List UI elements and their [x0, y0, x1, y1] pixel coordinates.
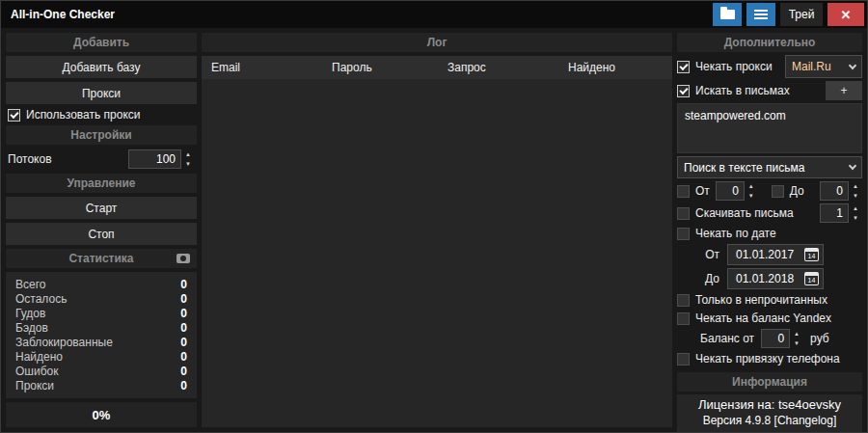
log-panel: Лог Email Пароль Запрос Найдено [202, 33, 672, 427]
version-text[interactable]: Версия 4.9.8 [Changelog] [677, 414, 862, 427]
proxy-service-select[interactable]: Mail.Ru [785, 55, 862, 78]
search-query-input[interactable]: steampowered.com [677, 103, 862, 153]
chevron-down-icon [849, 162, 856, 170]
balance-up-arrow[interactable]: ▲ [790, 329, 803, 338]
to-checkbox[interactable] [772, 185, 784, 198]
check-phone-label: Чекать привязку телефона [695, 352, 840, 365]
download-down-arrow[interactable]: ▼ [849, 213, 862, 223]
add-section-header: Добавить [6, 33, 197, 52]
add-query-button[interactable]: + [826, 81, 862, 100]
download-letters-row: Скачивать письма 1 ▲ ▼ [677, 203, 862, 223]
balance-from-row: Баланс от 0 ▲ ▼ руб [677, 329, 862, 348]
add-base-button[interactable]: Добавить базу [6, 56, 197, 78]
to-up-arrow[interactable]: ▲ [849, 181, 862, 191]
start-button[interactable]: Старт [6, 197, 197, 219]
download-letters-checkbox[interactable] [677, 207, 690, 220]
stat-row-goods: Гудов 0 [15, 307, 187, 320]
settings-section-header: Настройки [6, 125, 197, 145]
check-balance-label: Чекать на баланс Yandex [695, 311, 831, 325]
content-area: Добавить Добавить базу Прокси Использова… [1, 28, 867, 432]
calendar-icon[interactable]: 14 [804, 248, 819, 261]
search-mode-select[interactable]: Поиск в тексте письма [677, 156, 862, 178]
control-section-header: Управление [6, 174, 197, 193]
to-down-arrow[interactable]: ▼ [849, 191, 862, 201]
log-table: Email Пароль Запрос Найдено [202, 56, 672, 427]
check-balance-row: Чекать на баланс Yandex [677, 311, 862, 326]
camera-icon[interactable] [176, 254, 190, 263]
threads-down-arrow[interactable]: ▼ [181, 159, 195, 169]
balance-stepper: 0 ▲ ▼ [761, 329, 803, 348]
threads-input[interactable]: 100 [128, 149, 181, 169]
from-stepper: 0 ▲ ▼ [716, 181, 758, 201]
from-up-arrow[interactable]: ▲ [745, 181, 758, 191]
search-letters-label: Искать в письмах [695, 84, 790, 97]
stats-box: Всего 0 Осталось 0 Гудов 0 Бэдов 0 Забло… [6, 272, 197, 398]
log-column-found[interactable]: Найдено [568, 61, 615, 74]
balance-input[interactable]: 0 [761, 329, 790, 348]
threads-up-arrow[interactable]: ▲ [181, 149, 195, 159]
only-unread-checkbox[interactable] [677, 294, 690, 307]
left-panel: Добавить Добавить базу Прокси Использова… [6, 33, 197, 427]
proxy-service-value: Mail.Ru [792, 60, 831, 73]
search-letters-checkbox[interactable] [677, 85, 690, 97]
close-icon: ✕ [841, 8, 852, 22]
download-up-arrow[interactable]: ▲ [849, 203, 862, 213]
to-input[interactable]: 0 [820, 181, 849, 201]
use-proxy-checkbox[interactable] [8, 109, 20, 122]
calendar-icon[interactable]: 14 [804, 272, 819, 285]
from-input[interactable]: 0 [716, 181, 745, 201]
check-proxy-checkbox[interactable] [677, 61, 690, 73]
folder-icon [720, 10, 735, 19]
tray-button[interactable]: Трей [780, 3, 823, 26]
proxy-button[interactable]: Прокси [6, 82, 197, 104]
date-from-row: От 01.01.2017 14 [677, 244, 862, 265]
use-proxy-label: Использовать прокси [26, 108, 141, 122]
stat-row-bads: Бэдов 0 [15, 321, 187, 335]
only-unread-label: Только в непрочитанных [695, 293, 827, 307]
stats-header-label: Статистика [68, 252, 133, 265]
from-down-arrow[interactable]: ▼ [745, 191, 758, 201]
to-stepper: 0 ▲ ▼ [820, 181, 862, 201]
date-to-value: 01.01.2018 [736, 272, 794, 285]
balance-from-label: Баланс от [700, 332, 754, 345]
search-letters-row: Искать в письмах + [677, 81, 862, 100]
only-unread-row: Только в непрочитанных [677, 292, 862, 308]
date-from-field[interactable]: 01.01.2017 14 [727, 244, 824, 265]
to-label: До [790, 184, 804, 198]
from-checkbox[interactable] [677, 185, 690, 198]
check-phone-checkbox[interactable] [677, 353, 690, 365]
log-column-email[interactable]: Email [211, 61, 332, 74]
chevron-down-icon [849, 61, 856, 68]
balance-down-arrow[interactable]: ▼ [790, 338, 803, 348]
title-bar: All-in-One Checker Трей ✕ [1, 1, 867, 28]
stat-row-proxies: Прокси 0 [15, 379, 187, 392]
stop-button[interactable]: Стоп [6, 223, 197, 245]
check-proxy-label: Чекать прокси [695, 60, 773, 73]
window-title: All-in-One Checker [11, 8, 708, 21]
download-letters-label: Скачивать письма [695, 206, 794, 220]
menu-button[interactable] [746, 3, 775, 26]
log-column-query[interactable]: Запрос [448, 61, 568, 74]
info-box: Лицензия на: tse4oevsky Версия 4.9.8 [Ch… [677, 394, 862, 432]
open-folder-button[interactable] [713, 3, 742, 26]
check-by-date-checkbox[interactable] [677, 228, 690, 240]
check-by-date-label: Чекать по дате [695, 227, 776, 240]
search-mode-value: Поиск в тексте письма [684, 161, 804, 175]
extra-panel: Дополнительно Чекать прокси Mail.Ru Иска… [677, 33, 862, 427]
download-letters-input[interactable]: 1 [820, 203, 849, 223]
date-to-field[interactable]: 01.01.2018 14 [727, 268, 824, 289]
close-button[interactable]: ✕ [827, 3, 864, 26]
use-proxy-row: Использовать прокси [6, 108, 197, 122]
app-window: All-in-One Checker Трей ✕ Добавить Добав… [0, 0, 868, 433]
currency-label: руб [810, 332, 829, 345]
check-proxy-row: Чекать прокси Mail.Ru [677, 55, 862, 78]
check-phone-row: Чекать привязку телефона [677, 351, 862, 366]
date-to-label: До [700, 272, 719, 285]
log-column-password[interactable]: Пароль [332, 61, 448, 74]
date-to-row: До 01.01.2018 14 [677, 268, 862, 289]
threads-stepper: 100 ▲ ▼ [128, 149, 195, 169]
from-label: От [695, 184, 710, 198]
stat-row-errors: Ошибок 0 [15, 365, 187, 378]
check-balance-checkbox[interactable] [677, 312, 690, 325]
log-table-header: Email Пароль Запрос Найдено [202, 56, 672, 79]
